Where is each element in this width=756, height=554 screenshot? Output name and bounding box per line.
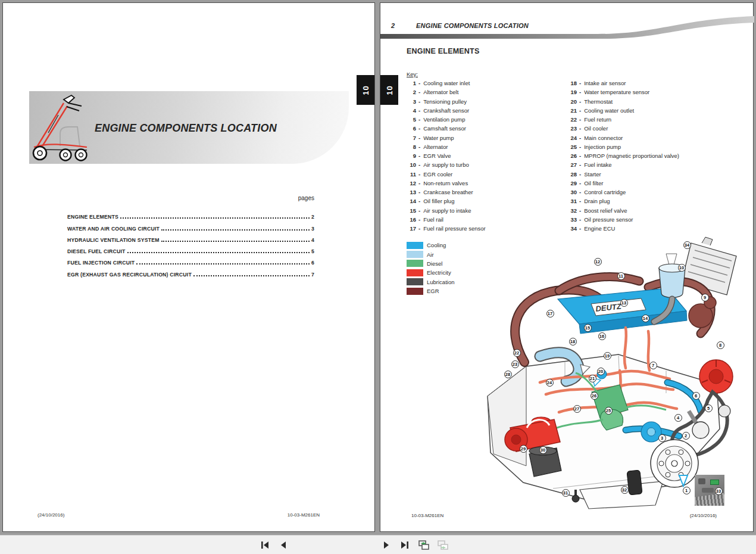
key-item-dash: - xyxy=(418,152,420,159)
toc-entry: FUEL INJECTION CIRCUIT 6 xyxy=(67,254,314,266)
callout-2: 2 xyxy=(682,432,690,440)
key-item-dash: - xyxy=(579,225,581,232)
previous-page-button[interactable] xyxy=(275,537,290,553)
telehandler-drawing xyxy=(29,90,96,165)
left-footer-date: (24/10/2016) xyxy=(38,512,64,518)
key-item-dash: - xyxy=(579,125,581,132)
callout-3: 3 xyxy=(658,434,666,442)
key-item-dash: - xyxy=(418,180,420,186)
legend-swatch xyxy=(407,288,423,295)
key-item-dash: - xyxy=(418,216,420,223)
key-item-label: Oil pressure sensor xyxy=(584,216,633,223)
key-item-dash: - xyxy=(579,171,581,178)
key-item: 5 - Ventilation pump xyxy=(407,116,555,125)
key-item-label: Starter xyxy=(584,171,601,178)
toc-dot-leader xyxy=(161,241,310,242)
callout-31: 31 xyxy=(562,489,570,497)
key-item-dash: - xyxy=(579,116,581,123)
legend-label: Lubrication xyxy=(427,279,454,285)
key-item-label: Drain plug xyxy=(584,198,610,204)
key-item-number: 6 xyxy=(407,125,416,132)
key-item-dash: - xyxy=(418,207,420,214)
engine-elements-heading: ENGINE ELEMENTS xyxy=(407,47,479,55)
legend-item: Electricity xyxy=(407,268,454,277)
legend-label: EGR xyxy=(427,288,439,294)
left-footer-ref: 10-03-M261EN xyxy=(288,512,320,518)
key-item-label: Boost relief valve xyxy=(584,207,627,214)
key-label: Key: xyxy=(407,71,418,77)
callout-9: 9 xyxy=(701,294,709,301)
key-item-label: Engine ECU xyxy=(584,225,615,232)
table-of-contents: pages ENGINE ELEMENTS 2 WATER AND AIR CO… xyxy=(67,195,314,278)
callout-10: 10 xyxy=(678,264,686,272)
key-item-dash: - xyxy=(579,198,581,204)
toc-entry-label: DIESEL FUEL CIRCUIT xyxy=(67,248,126,254)
previous-view-icon xyxy=(418,540,430,550)
key-item-number: 32 xyxy=(563,207,577,214)
key-item-label: MPROP (magnetic proportional valve) xyxy=(584,152,679,159)
key-item: 11 - EGR cooler xyxy=(407,171,555,180)
legend-swatch xyxy=(407,269,423,276)
key-item: 1 - Cooling water inlet xyxy=(407,80,555,89)
key-item-label: Tensioning pulley xyxy=(423,98,467,105)
next-page-button[interactable] xyxy=(379,537,395,553)
toc-entries: ENGINE ELEMENTS 2 WATER AND AIR COOLING … xyxy=(67,208,314,278)
key-item-number: 8 xyxy=(407,144,416,150)
key-item-number: 30 xyxy=(563,189,577,195)
legend-label: Air xyxy=(427,251,434,258)
callout-11: 11 xyxy=(617,272,625,280)
callout-12: 12 xyxy=(594,258,602,266)
toc-entry: HYDRAULIC VENTILATION SYSTEM 4 xyxy=(67,232,314,243)
callout-33: 33 xyxy=(715,487,723,495)
pdf-viewer: ENGINE COMPONENTS LOCATION 10 pages ENGI… xyxy=(0,0,756,554)
key-item-number: 34 xyxy=(563,225,577,232)
callout-27: 27 xyxy=(573,405,581,413)
key-item-label: Intake air sensor xyxy=(584,80,626,86)
key-item-dash: - xyxy=(579,135,581,141)
key-item: 18 - Intake air sensor xyxy=(563,80,741,89)
color-legend: Cooling Air Diesel Electricity Lubricati… xyxy=(407,241,454,295)
key-item: 32 - Boost relief valve xyxy=(563,207,741,216)
next-view-button[interactable] xyxy=(435,537,451,553)
callout-7: 7 xyxy=(649,362,657,369)
key-item-number: 2 xyxy=(407,89,416,95)
toc-entry-page: 6 xyxy=(311,260,314,266)
key-item-label: Water pump xyxy=(423,135,454,141)
alternator-drawing xyxy=(699,360,733,393)
legend-item: Cooling xyxy=(407,241,454,250)
toc-dot-leader xyxy=(120,217,310,219)
key-item-dash: - xyxy=(418,80,420,86)
page-number: 2 xyxy=(391,22,395,29)
key-item-number: 15 xyxy=(407,207,416,214)
key-item-number: 23 xyxy=(563,125,577,132)
page-header-title: ENGINE COMPONENTS LOCATION xyxy=(416,22,529,29)
key-item: 26 - MPROP (magnetic proportional valve) xyxy=(563,152,741,161)
key-item-label: Non-return valves xyxy=(423,180,468,186)
key-item-dash: - xyxy=(418,98,420,105)
key-item-label: Oil filter xyxy=(584,180,603,186)
key-item-label: Control cartridge xyxy=(584,189,626,195)
key-item-dash: - xyxy=(579,89,581,95)
key-item-number: 9 xyxy=(407,152,416,159)
key-item-label: Fuel rail pressure sensor xyxy=(423,225,486,232)
callout-29: 29 xyxy=(520,445,527,453)
key-item-number: 4 xyxy=(407,107,416,114)
key-item-number: 5 xyxy=(407,116,416,123)
key-item-number: 14 xyxy=(407,198,416,204)
previous-view-button[interactable] xyxy=(416,537,432,553)
toc-dot-leader xyxy=(161,229,310,231)
callout-25: 25 xyxy=(605,407,613,415)
first-page-button[interactable] xyxy=(257,537,273,553)
toc-entry-page: 5 xyxy=(311,248,314,254)
key-item-label: Crankcase breather xyxy=(423,189,473,195)
callout-24: 24 xyxy=(546,379,554,387)
toc-entry-label: EGR (EXHAUST GAS RECIRCULATION) CIRCUIT xyxy=(67,272,192,278)
callout-17: 17 xyxy=(546,310,554,318)
key-item: 20 - Thermostat xyxy=(563,98,741,107)
callout-20: 20 xyxy=(597,368,605,375)
key-item-label: Camshaft sensor xyxy=(423,125,466,132)
callout-21: 21 xyxy=(589,375,596,382)
section-tab-right: 10 xyxy=(380,75,398,105)
key-item: 28 - Starter xyxy=(563,171,741,180)
last-page-button[interactable] xyxy=(397,537,413,553)
